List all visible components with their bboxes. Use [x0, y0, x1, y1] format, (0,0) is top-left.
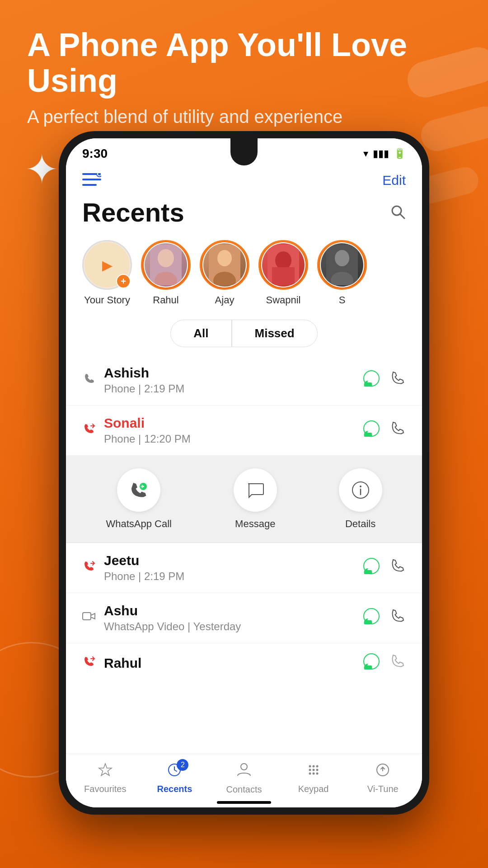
story-s[interactable]: S	[317, 240, 367, 306]
keypad-label: Keypad	[298, 784, 329, 794]
quick-actions-bar: WhatsApp Call Message	[66, 456, 422, 543]
message-circle	[234, 468, 277, 512]
favourites-label: Favourites	[84, 784, 126, 794]
svg-point-12	[217, 250, 232, 266]
missed-icon-jeetu	[83, 561, 95, 572]
whatsapp-call-label: WhatsApp Call	[106, 518, 172, 530]
ashu-call-button[interactable]	[389, 608, 406, 628]
sonali-call-button[interactable]	[389, 420, 406, 440]
whatsapp-icon	[363, 370, 380, 387]
ashish-info: Ashish Phone | 2:19 PM	[104, 365, 363, 395]
sonali-whatsapp-button[interactable]	[363, 420, 380, 440]
svg-point-36	[309, 769, 311, 771]
ajay-story-ring	[200, 240, 249, 290]
s-label: S	[339, 294, 346, 306]
call-icon-3	[389, 558, 406, 574]
recent-item-ashu[interactable]: Ashu WhatsApp Video | Yesterday	[66, 593, 422, 643]
ajay-label: Ajay	[215, 294, 235, 306]
recent-item-ashish[interactable]: Ashish Phone | 2:19 PM	[66, 355, 422, 406]
video-call-icon	[82, 612, 96, 622]
search-icon	[389, 203, 406, 220]
quick-details[interactable]: Details	[339, 468, 382, 530]
call-icon-4	[389, 608, 406, 624]
svg-point-33	[309, 765, 311, 768]
s-story-ring	[317, 240, 367, 290]
ashish-whatsapp-button[interactable]	[363, 370, 380, 390]
jeetu-actions	[363, 558, 406, 578]
filter-missed-tab[interactable]: Missed	[232, 320, 318, 347]
whatsapp-call-circle	[117, 468, 160, 512]
nav-favourites[interactable]: Favourites	[80, 763, 130, 794]
keypad-icon	[306, 763, 321, 780]
call-icon	[389, 370, 406, 387]
nav-contacts[interactable]: Contacts	[219, 762, 269, 795]
jeetu-whatsapp-button[interactable]	[363, 558, 380, 578]
recents-icon: 2	[167, 763, 182, 780]
rahul-bottom-name: Rahul	[104, 656, 363, 671]
rahul-label: Rahul	[153, 294, 178, 306]
search-button[interactable]	[389, 203, 406, 221]
message-label: Message	[235, 518, 275, 530]
star-sparkle-icon: ✦	[25, 149, 59, 190]
vitune-icon	[375, 763, 390, 780]
jeetu-call-button[interactable]	[389, 558, 406, 578]
ashu-whatsapp-button[interactable]	[363, 608, 380, 628]
story-rahul[interactable]: Rahul	[141, 240, 191, 306]
recent-item-sonali[interactable]: Sonali Phone | 12:20 PM	[66, 406, 422, 456]
svg-point-32	[241, 764, 247, 770]
svg-point-40	[312, 773, 314, 775]
svg-rect-1	[82, 179, 101, 180]
hero-subtitle: A perfect blend of utility and experienc…	[27, 107, 461, 127]
ashu-name: Ashu	[104, 603, 363, 618]
vitune-music-icon	[375, 763, 390, 777]
nav-keypad[interactable]: Keypad	[289, 763, 338, 794]
nav-recents[interactable]: 2 Recents	[150, 763, 199, 794]
keypad-grid-icon	[306, 763, 321, 777]
details-circle	[339, 468, 382, 512]
ashu-actions	[363, 608, 406, 628]
rahul-bottom-info: Rahul	[104, 656, 363, 671]
svg-point-35	[316, 765, 318, 768]
quick-message[interactable]: Message	[234, 468, 277, 530]
s-photo	[326, 245, 358, 285]
ajay-avatar	[202, 242, 247, 288]
add-story-button[interactable]: +	[116, 274, 131, 288]
edit-button[interactable]: Edit	[382, 173, 406, 188]
rahul-bottom-actions	[363, 653, 406, 673]
story-swapnil[interactable]: Swapnil	[258, 240, 308, 306]
rahul-photo	[150, 245, 182, 285]
ajay-photo	[209, 245, 240, 285]
call-icon-5	[389, 653, 406, 670]
svg-line-7	[400, 214, 404, 218]
recent-item-jeetu[interactable]: Jeetu Phone | 2:19 PM	[66, 543, 422, 593]
quick-whatsapp-call[interactable]: WhatsApp Call	[106, 468, 172, 530]
star-icon	[98, 763, 113, 777]
svg-point-39	[309, 773, 311, 775]
phone-notch	[230, 138, 258, 165]
story-your-story[interactable]: ▶ + Your Story	[82, 240, 132, 306]
svg-point-18	[335, 250, 349, 266]
rahul-whatsapp-button[interactable]	[363, 653, 380, 673]
status-time: 9:30	[82, 146, 108, 161]
phone-outer-frame: 9:30 ▾ ▮▮▮ 🔋	[59, 131, 429, 815]
svg-point-9	[158, 249, 174, 267]
contacts-list-icon[interactable]	[82, 173, 101, 188]
app-header: Edit	[66, 165, 422, 193]
swapnil-story-ring	[258, 240, 308, 290]
svg-point-41	[316, 773, 318, 775]
recents-list: Ashish Phone | 2:19 PM	[66, 355, 422, 683]
nav-vitune[interactable]: Vi-Tune	[358, 763, 408, 794]
filter-all-tab[interactable]: All	[170, 320, 231, 347]
whatsapp-call-icon	[129, 480, 149, 500]
ashu-detail: WhatsApp Video | Yesterday	[104, 620, 363, 633]
ashish-call-button[interactable]	[389, 370, 406, 390]
rahul-call-button[interactable]	[389, 653, 406, 673]
rahul-missed-icon	[82, 656, 96, 671]
swapnil-label: Swapnil	[266, 294, 300, 306]
hero-section: A Phone App You'll Love Using A perfect …	[27, 27, 461, 127]
svg-point-34	[312, 765, 314, 768]
story-ajay[interactable]: Ajay	[200, 240, 249, 306]
phone-icon	[83, 373, 95, 385]
your-story-label: Your Story	[84, 294, 130, 306]
recent-item-rahul[interactable]: Rahul	[66, 643, 422, 683]
